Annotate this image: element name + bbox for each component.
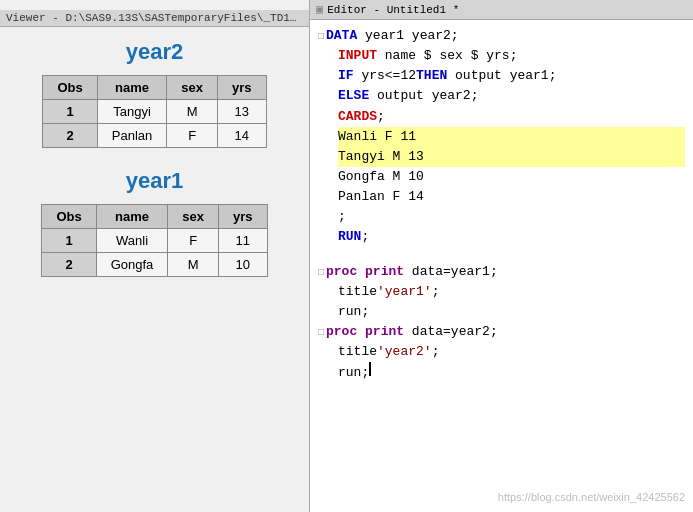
year1-title: year1 (126, 168, 184, 194)
code-line-16: □ proc print data=year2; (318, 322, 685, 342)
code-line-17: title 'year2' ; (338, 342, 685, 362)
editor-title-bar: ▣ Editor - Untitled1 * (310, 0, 693, 20)
code-line-1: □ DATA year1 year2; (318, 26, 685, 46)
kw-then: THEN (416, 66, 447, 86)
code-line-18: run; (338, 362, 685, 383)
collapse-btn-2[interactable]: □ (318, 265, 324, 281)
code-line-10: ; (338, 207, 685, 227)
kw-run1: RUN (338, 227, 361, 247)
year1-r2-sex: M (168, 253, 219, 277)
str-year2: 'year2' (377, 342, 432, 362)
year1-col-name: name (96, 205, 168, 229)
year2-title: year2 (126, 39, 184, 65)
year1-r1-name: Wanli (96, 229, 168, 253)
year2-r1-yrs: 13 (217, 100, 266, 124)
year2-table: Obs name sex yrs 1 Tangyi M 13 2 Panlan … (42, 75, 266, 148)
code-line-4: ELSE output year2; (338, 86, 685, 106)
year2-r1-sex: M (167, 100, 218, 124)
kw-print2: print (365, 322, 404, 342)
collapse-btn-3[interactable]: □ (318, 325, 324, 341)
year2-col-obs: Obs (43, 76, 97, 100)
watermark: https://blog.csdn.net/weixin_42425562 (498, 489, 685, 506)
year2-r1-obs: 1 (43, 100, 97, 124)
kw-input: INPUT (338, 46, 377, 66)
right-panel: ▣ Editor - Untitled1 * □ DATA year1 year… (310, 0, 693, 512)
code-line-5: CARDS ; (338, 107, 685, 127)
year2-col-yrs: yrs (217, 76, 266, 100)
code-line-2: INPUT name $ sex $ yrs; (338, 46, 685, 66)
table-row: 1 Tangyi M 13 (43, 100, 266, 124)
editor-icon: ▣ (316, 2, 323, 17)
year1-r1-yrs: 11 (219, 229, 268, 253)
year1-col-obs: Obs (42, 205, 96, 229)
year2-col-name: name (97, 76, 166, 100)
kw-cards: CARDS (338, 107, 377, 127)
code-line-6: Wanli F 11 (338, 127, 685, 147)
code-line-3: IF yrs<=12 THEN output year1; (338, 66, 685, 86)
year1-r1-sex: F (168, 229, 219, 253)
table-row: 2 Panlan F 14 (43, 124, 266, 148)
str-year1: 'year1' (377, 282, 432, 302)
code-line-15: run; (338, 302, 685, 322)
kw-print1: print (365, 262, 404, 282)
collapse-btn-1[interactable]: □ (318, 29, 324, 45)
kw-else: ELSE (338, 86, 369, 106)
year1-r2-name: Gongfa (96, 253, 168, 277)
year2-r2-yrs: 14 (217, 124, 266, 148)
year1-r1-obs: 1 (42, 229, 96, 253)
code-line-8: Gongfa M 10 (338, 167, 685, 187)
code-line-11: RUN ; (338, 227, 685, 247)
left-panel: Viewer - D:\SAS9.13S\SASTemporaryFiles\_… (0, 0, 310, 512)
year2-r2-name: Panlan (97, 124, 166, 148)
year2-r2-sex: F (167, 124, 218, 148)
kw-proc2: proc (326, 322, 357, 342)
year2-r2-obs: 2 (43, 124, 97, 148)
year2-r1-name: Tangyi (97, 100, 166, 124)
editor-content[interactable]: □ DATA year1 year2; INPUT name $ sex $ y… (310, 20, 693, 512)
year1-col-sex: sex (168, 205, 219, 229)
editor-title: Editor - Untitled1 * (327, 4, 459, 16)
table-row: 2 Gongfa M 10 (42, 253, 267, 277)
year1-r2-yrs: 10 (219, 253, 268, 277)
kw-if: IF (338, 66, 354, 86)
table-row: 1 Wanli F 11 (42, 229, 267, 253)
year1-table: Obs name sex yrs 1 Wanli F 11 2 Gongfa M… (41, 204, 267, 277)
code-line-13: □ proc print data=year1; (318, 262, 685, 282)
kw-proc1: proc (326, 262, 357, 282)
cursor (369, 362, 371, 376)
blank-line-1 (318, 248, 685, 262)
viewer-title-bar: Viewer - D:\SAS9.13S\SASTemporaryFiles\_… (0, 10, 309, 27)
year1-col-yrs: yrs (219, 205, 268, 229)
code-line-7: Tangyi M 13 (338, 147, 685, 167)
year2-col-sex: sex (167, 76, 218, 100)
year1-r2-obs: 2 (42, 253, 96, 277)
code-line-14: title 'year1' ; (338, 282, 685, 302)
kw-data: DATA (326, 26, 357, 46)
code-line-9: Panlan F 14 (338, 187, 685, 207)
